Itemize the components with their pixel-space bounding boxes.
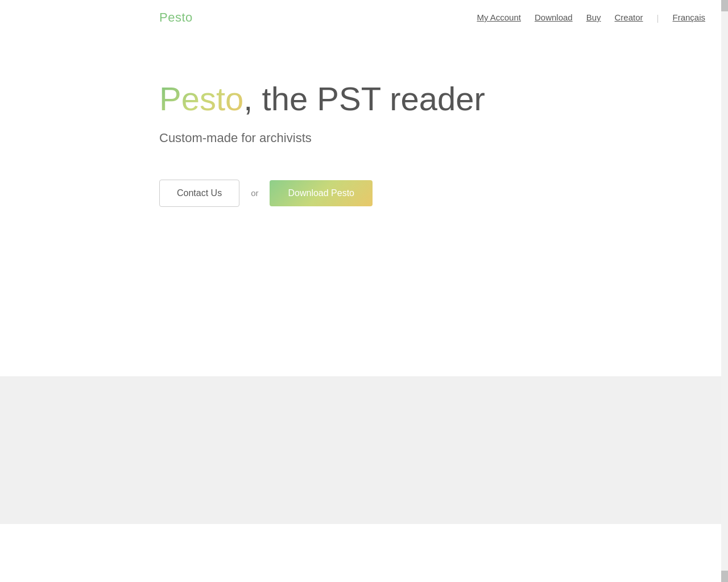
hero-subtitle: Custom-made for archivists [159, 131, 728, 146]
scrollbar-thumb-bottom[interactable] [721, 571, 728, 582]
navbar: Pesto My Account Download Buy Creator | … [0, 0, 728, 35]
bottom-section [0, 376, 728, 524]
nav-item-download: Download [535, 13, 573, 23]
hero-title: Pesto, the PST reader [159, 81, 728, 117]
cta-or-text: or [251, 188, 258, 198]
hero-title-suffix: , the PST reader [243, 80, 485, 117]
nav-link-download[interactable]: Download [535, 13, 573, 22]
scrollbar[interactable] [721, 0, 728, 582]
nav-link-buy[interactable]: Buy [586, 13, 601, 22]
cta-row: Contact Us or Download Pesto [159, 180, 728, 207]
download-pesto-button[interactable]: Download Pesto [270, 180, 373, 206]
nav-item-creator: Creator [615, 13, 643, 23]
hero-title-pesto: Pesto [159, 80, 243, 117]
logo[interactable]: Pesto [159, 10, 193, 25]
nav-link-my-account[interactable]: My Account [477, 13, 521, 22]
nav-item-buy: Buy [586, 13, 601, 23]
contact-us-button[interactable]: Contact Us [159, 180, 239, 207]
nav-link-creator[interactable]: Creator [615, 13, 643, 22]
nav-links: My Account Download Buy Creator | França… [477, 13, 705, 23]
nav-item-francais: Français [672, 13, 705, 23]
nav-separator: | [657, 13, 659, 23]
nav-link-francais[interactable]: Français [672, 13, 705, 22]
nav-item-my-account: My Account [477, 13, 521, 23]
hero-section: Pesto, the PST reader Custom-made for ar… [0, 35, 728, 376]
scrollbar-thumb-top[interactable] [721, 0, 728, 11]
